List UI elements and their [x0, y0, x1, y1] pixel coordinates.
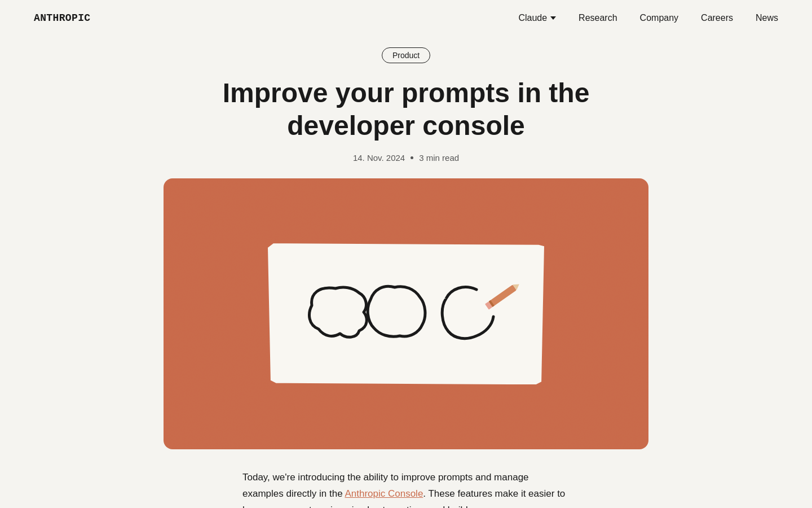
- nav-company[interactable]: Company: [640, 13, 678, 23]
- site-header: ANTHROPIC Claude Research Company Career…: [0, 0, 812, 36]
- article-meta: 14. Nov. 2024 3 min read: [353, 153, 459, 163]
- meta-separator: [411, 156, 413, 159]
- nav-careers[interactable]: Careers: [701, 13, 733, 23]
- nav-news[interactable]: News: [756, 13, 778, 23]
- main-content: Product Improve your prompts in the deve…: [0, 36, 812, 508]
- nav-claude[interactable]: Claude: [518, 13, 556, 23]
- category-badge[interactable]: Product: [382, 47, 430, 63]
- hero-image: [164, 178, 648, 449]
- article-body: Today, we're introducing the ability to …: [242, 470, 570, 508]
- chevron-down-icon: [550, 16, 556, 20]
- article-read-time: 3 min read: [419, 153, 459, 163]
- nav-claude-label: Claude: [518, 13, 547, 23]
- article-date: 14. Nov. 2024: [353, 153, 405, 163]
- hero-illustration: [268, 243, 544, 384]
- console-link[interactable]: Anthropic Console: [345, 488, 423, 499]
- svg-rect-0: [293, 260, 519, 370]
- nav-research[interactable]: Research: [579, 13, 617, 23]
- article-title: Improve your prompts in the developer co…: [164, 77, 648, 142]
- main-nav: Claude Research Company Careers News: [518, 13, 778, 23]
- site-logo[interactable]: ANTHROPIC: [34, 12, 90, 24]
